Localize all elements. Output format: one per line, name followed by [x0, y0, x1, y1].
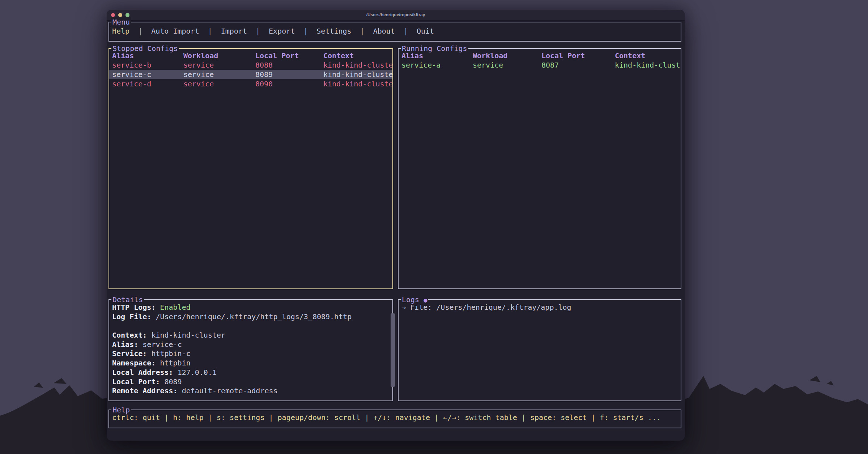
menu-panel: Menu Help|Auto Import|Import|Export|Sett… [109, 22, 681, 42]
detail-label: Alias: [112, 340, 142, 349]
help-keybindings: ctrlc: quit | h: help | s: settings | pa… [109, 410, 681, 422]
detail-line: Log File: /Users/henrique/.kftray/http_l… [112, 312, 392, 322]
detail-line: Namespace: httpbin [112, 359, 392, 368]
table-cell: 8089 [255, 70, 323, 79]
column-header: Context [615, 51, 681, 60]
menu-item-auto-import[interactable]: Auto Import [151, 27, 199, 35]
table-row[interactable]: service-dservice8090kind-kind-cluste [109, 79, 392, 89]
table-cell: kind-kind-clust [615, 60, 681, 70]
logs-activity-indicator-icon: ● [424, 296, 427, 304]
table-cell: service-d [112, 79, 183, 89]
stopped-configs-title: Stopped Configs [111, 44, 179, 53]
menu-separator: | [138, 27, 142, 35]
detail-line: Service: httpbin-c [112, 349, 392, 359]
menu-item-about[interactable]: About [373, 27, 395, 35]
help-panel-title: Help [111, 405, 131, 415]
menu-item-quit[interactable]: Quit [417, 27, 434, 35]
logs-file-line: → File: /Users/henrique/.kftray/app.log [399, 300, 681, 312]
table-cell: service [183, 79, 255, 89]
detail-label: Local Address: [112, 368, 178, 377]
detail-value: 127.0.0.1 [178, 368, 217, 377]
table-row[interactable]: service-cservice8089kind-kind-cluste [109, 70, 392, 79]
detail-line [112, 321, 392, 331]
table-cell: kind-kind-cluste [323, 60, 392, 70]
detail-value: httpbin [160, 359, 190, 367]
table-cell: service [473, 60, 541, 70]
column-header: Local Port [541, 51, 615, 60]
column-header: Context [323, 51, 392, 60]
logs-panel-title: Logs ● [401, 295, 428, 305]
detail-value: default-remote-address [182, 386, 278, 395]
menu-item-import[interactable]: Import [221, 27, 247, 35]
detail-value: kind-kind-cluster [151, 331, 225, 339]
table-row[interactable]: service-bservice8088kind-kind-cluste [109, 60, 392, 70]
window-titlebar[interactable]: /Users/henrique/repos/kftray [107, 10, 685, 21]
detail-value: httpbin-c [151, 349, 190, 358]
details-panel-title: Details [111, 295, 144, 304]
table-cell: service [183, 70, 255, 79]
menu-item-help[interactable]: Help [112, 27, 129, 35]
table-cell: kind-kind-cluste [323, 70, 392, 79]
menu-item-export[interactable]: Export [269, 27, 295, 35]
detail-line: Remote Address: default-remote-address [112, 386, 392, 396]
table-cell: service-b [112, 60, 183, 70]
detail-value: 8089 [165, 377, 182, 386]
detail-value: Enabled [160, 303, 190, 312]
table-cell: 8087 [541, 60, 615, 70]
menu-items: Help|Auto Import|Import|Export|Settings|… [109, 22, 681, 35]
table-cell: kind-kind-cluste [323, 79, 392, 89]
window-title: /Users/henrique/repos/kftray [107, 12, 685, 17]
table-cell: service [183, 60, 255, 70]
table-cell: service-c [112, 70, 183, 79]
detail-value: /Users/henrique/.kftray/http_logs/3_8089… [156, 312, 352, 321]
detail-label: Local Port: [112, 377, 165, 386]
detail-value: service-c [142, 340, 182, 349]
menu-separator: | [303, 27, 308, 35]
menu-panel-title: Menu [111, 17, 131, 27]
logs-panel: Logs ● → File: /Users/henrique/.kftray/a… [398, 299, 681, 401]
detail-line: Context: kind-kind-cluster [112, 331, 392, 340]
stopped-configs-panel[interactable]: Stopped Configs AliasWorkloadLocal PortC… [109, 48, 393, 289]
detail-label: Context: [112, 331, 151, 339]
column-header: Workload [473, 51, 541, 60]
desktop: /Users/henrique/repos/kftray Menu Help|A… [0, 0, 868, 454]
details-lines: HTTP Logs: EnabledLog File: /Users/henri… [109, 300, 392, 396]
menu-separator: | [208, 27, 212, 35]
detail-line: HTTP Logs: Enabled [112, 303, 392, 312]
table-body: service-bservice8088kind-kind-clusteserv… [109, 60, 392, 89]
table-cell: 8088 [255, 60, 323, 70]
menu-separator: | [404, 27, 408, 35]
detail-label: Log File: [112, 312, 156, 321]
logs-title-text: Logs [402, 295, 419, 304]
detail-label: Namespace: [112, 359, 160, 367]
detail-line: Local Address: 127.0.0.1 [112, 368, 392, 377]
detail-label: Service: [112, 349, 151, 358]
menu-item-settings[interactable]: Settings [316, 27, 351, 35]
running-configs-title: Running Configs [401, 44, 468, 53]
menu-separator: | [256, 27, 260, 35]
detail-line: Local Port: 8089 [112, 377, 392, 387]
column-header: Local Port [255, 51, 323, 60]
table-row[interactable]: service-aservice8087kind-kind-clust [399, 60, 681, 70]
table-cell: 8090 [255, 79, 323, 89]
table-body: service-aservice8087kind-kind-clust [399, 60, 681, 70]
running-configs-panel[interactable]: Running Configs AliasWorkloadLocal PortC… [398, 48, 681, 289]
table-cell: service-a [401, 60, 473, 70]
detail-line: Alias: service-c [112, 340, 392, 350]
detail-label: Remote Address: [112, 386, 182, 395]
terminal-window: /Users/henrique/repos/kftray Menu Help|A… [107, 10, 685, 441]
column-header: Workload [183, 51, 255, 60]
details-scrollbar-thumb[interactable] [391, 313, 395, 387]
details-panel: Details HTTP Logs: EnabledLog File: /Use… [109, 299, 393, 401]
menu-separator: | [360, 27, 365, 35]
help-panel: Help ctrlc: quit | h: help | s: settings… [109, 410, 681, 428]
